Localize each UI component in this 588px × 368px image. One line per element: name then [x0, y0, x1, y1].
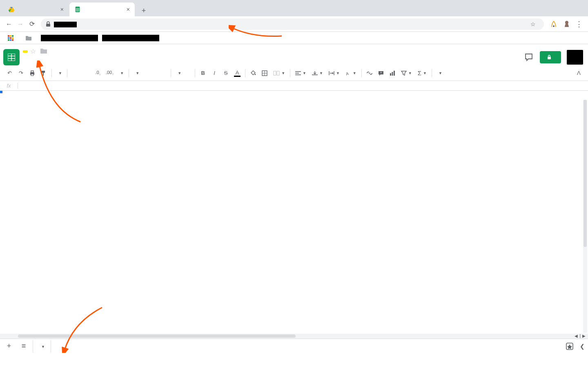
menu-bar [23, 55, 523, 60]
svg-text:A: A [345, 71, 349, 75]
menu-insert[interactable] [45, 57, 51, 60]
v-align-button[interactable]: ▼ [310, 71, 325, 76]
wrap-button[interactable]: ▼ [326, 71, 342, 76]
h-scrollbar[interactable]: ◀|▶ [0, 334, 588, 339]
svg-rect-17 [8, 39, 9, 41]
comments-icon[interactable] [523, 52, 534, 63]
reload-button[interactable]: ⟳ [26, 18, 38, 30]
menu-help[interactable] [82, 57, 88, 60]
new-tab-button[interactable]: + [138, 5, 149, 16]
link-button[interactable] [364, 68, 375, 79]
apps-button[interactable] [5, 33, 19, 43]
menu-format[interactable] [52, 57, 59, 60]
close-icon[interactable]: × [60, 6, 64, 13]
svg-rect-45 [392, 72, 393, 76]
scroll-right-icon[interactable]: ▶ [582, 334, 586, 338]
account-avatar-redacted[interactable] [567, 50, 583, 65]
scroll-left-icon[interactable]: ◀ [575, 334, 578, 338]
extension-icon[interactable] [549, 19, 559, 29]
currency-button[interactable] [70, 68, 80, 79]
menu-edit[interactable] [30, 57, 37, 60]
svg-rect-12 [10, 35, 11, 37]
add-sheet-button[interactable]: + [3, 341, 15, 352]
back-button[interactable]: ← [3, 18, 15, 30]
sheet-tab-bar: + ≡ ▼ ❮ [0, 339, 588, 353]
sheets-logo[interactable] [3, 49, 20, 65]
bookmark-favorite[interactable] [23, 33, 37, 43]
paint-format-button[interactable] [38, 68, 49, 79]
zoom-select[interactable]: ▼ [54, 71, 65, 75]
folder-icon [25, 35, 32, 41]
dec-decimal-button[interactable]: .0↓ [93, 68, 103, 79]
forward-button[interactable]: → [15, 18, 26, 30]
share-button[interactable] [540, 51, 561, 63]
svg-rect-34 [274, 71, 276, 75]
italic-button[interactable]: I [209, 68, 220, 79]
formula-input[interactable] [18, 81, 588, 90]
move-folder-icon[interactable] [40, 47, 47, 55]
number-format-select[interactable]: ▼ [116, 71, 126, 75]
browser-tab-sheets[interactable]: × [69, 2, 135, 16]
redacted [102, 35, 159, 41]
profile-avatar[interactable] [562, 19, 572, 29]
menu-tools[interactable] [67, 57, 74, 60]
svg-rect-13 [12, 35, 13, 37]
bookmark-star-icon[interactable]: ☆ [530, 21, 536, 27]
browser-tab-drive[interactable]: × [3, 2, 69, 16]
sheet-tab-test[interactable]: ▼ [33, 340, 51, 353]
svg-rect-28 [42, 71, 45, 73]
borders-button[interactable] [259, 68, 270, 79]
font-size-select[interactable]: ▼ [174, 71, 192, 75]
functions-button[interactable]: Σ▼ [415, 70, 429, 76]
formula-bar: fx [0, 81, 588, 91]
inc-decimal-button[interactable]: .00↑ [104, 68, 115, 79]
all-sheets-button[interactable]: ≡ [18, 341, 29, 352]
apps-grid-icon [7, 35, 14, 41]
svg-rect-18 [10, 39, 11, 41]
collapse-toolbar-button[interactable]: ᐱ [573, 68, 584, 79]
explore-button[interactable] [565, 342, 574, 351]
redo-button[interactable]: ↷ [16, 68, 26, 79]
svg-rect-15 [10, 37, 11, 39]
svg-rect-19 [12, 39, 13, 41]
menu-file[interactable] [23, 57, 29, 60]
star-icon[interactable]: ☆ [30, 47, 36, 55]
fill-color-button[interactable] [248, 68, 258, 79]
svg-rect-26 [31, 71, 33, 72]
h-align-button[interactable]: ▼ [293, 71, 309, 76]
menu-addons[interactable] [74, 57, 81, 60]
sheet-menu-arrow-icon[interactable]: ▼ [41, 345, 45, 349]
font-select[interactable]: ▼ [131, 71, 168, 75]
side-panel-toggle[interactable]: ❮ [580, 343, 585, 350]
browser-nav-row: ← → ⟳ ☆ ⋮ [0, 16, 588, 32]
toolbar: ↶ ↷ ▼ .0↓ .00↑ ▼ ▼ ▼ B I S A ▼ ▼ ▼ ▼ A▼ … [0, 65, 588, 81]
doc-header: ☆ [0, 44, 588, 65]
address-bar[interactable]: ☆ [41, 18, 544, 30]
comment-button[interactable]: + [376, 68, 386, 79]
undo-button[interactable]: ↶ [4, 68, 15, 79]
fill-handle[interactable] [0, 91, 2, 93]
print-button[interactable] [27, 68, 38, 79]
spreadsheet-grid[interactable] [0, 91, 588, 334]
ime-button[interactable]: ▼ [434, 71, 445, 75]
strike-button[interactable]: S [220, 68, 231, 79]
lock-icon [546, 54, 552, 60]
svg-rect-44 [390, 73, 391, 76]
menu-data[interactable] [60, 57, 66, 60]
close-icon[interactable]: × [127, 6, 130, 13]
svg-point-10 [565, 21, 568, 24]
bold-button[interactable]: B [198, 68, 208, 79]
percent-button[interactable] [81, 68, 92, 79]
svg-rect-16 [12, 37, 13, 39]
text-color-button[interactable]: A [232, 68, 243, 79]
filter-button[interactable]: ▼ [399, 71, 414, 76]
chrome-menu-button[interactable]: ⋮ [573, 20, 585, 29]
svg-rect-27 [31, 74, 33, 76]
merge-button[interactable]: ▼ [271, 71, 287, 76]
menu-view[interactable] [38, 57, 44, 60]
rotate-button[interactable]: A▼ [343, 71, 359, 76]
v-scrollbar[interactable] [583, 100, 587, 333]
svg-rect-24 [548, 57, 551, 59]
chart-button[interactable] [387, 68, 398, 79]
bookmarks-bar [0, 32, 588, 44]
